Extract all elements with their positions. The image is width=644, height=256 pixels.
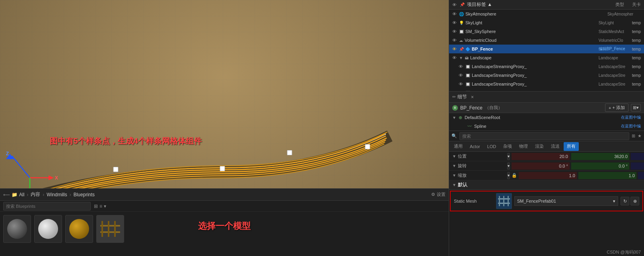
row-type: SkyAtmospher <box>607 12 639 16</box>
tab-lod[interactable]: LOD <box>484 142 500 151</box>
content-browser-search-bar: ⊞ ≡ ▾ <box>0 201 449 212</box>
outline-row-skyatmosphere[interactable]: 👁 🌐 SkyAtmosphere SkyAtmospher <box>449 10 644 18</box>
blueprint-edit-link[interactable]: 在蓝图中编 <box>621 115 641 120</box>
select-model-text: 选择一个模型 <box>198 220 251 232</box>
property-grid-icon[interactable]: ⊞ <box>632 133 635 139</box>
location-y-input[interactable] <box>571 153 629 160</box>
spline-blueprint-edit-link[interactable]: 在蓝图中编 <box>621 123 641 129</box>
location-z-input[interactable] <box>631 153 644 160</box>
row-label: LandscapeStreamingProxy_ <box>472 64 597 69</box>
rotation-z-input[interactable] <box>631 162 644 170</box>
outline-row-bpfence[interactable]: 👁 📌 🔷 BP_Fence 编辑BP_Fence temp <box>449 45 644 53</box>
back-icon[interactable]: ⟵ <box>3 192 10 197</box>
row-visibility-icon[interactable]: 👁 <box>459 73 463 78</box>
asset-item-sphere-white[interactable] <box>34 215 62 243</box>
outline-row-smskysphere[interactable]: 👁 🔲 SM_SkySphere StaticMeshAct temp <box>449 27 644 36</box>
row-visibility-icon[interactable]: 👁 <box>459 90 463 91</box>
actor-icon: 🔲 <box>465 82 470 86</box>
details-close-button[interactable]: × <box>471 94 474 100</box>
row-type: LandscapeStre <box>599 73 630 78</box>
nav-sep-1: › <box>27 192 28 197</box>
nav-windmills[interactable]: Windmills <box>47 192 67 197</box>
asset-item-fence[interactable] <box>96 215 124 243</box>
refresh-mesh-button[interactable]: ↻ <box>621 197 629 205</box>
grid-view-icon[interactable]: ⊞ <box>94 203 98 209</box>
outline-row-volumetriccloud[interactable]: 👁 ☁ VolumetricCloud VolumetricClo temp <box>449 36 644 45</box>
pencil-icon: ✏ <box>452 94 456 100</box>
tab-render[interactable]: 渲染 <box>532 142 547 151</box>
rotation-y-input[interactable] <box>571 162 629 170</box>
row-visibility-icon[interactable]: 👁 <box>459 64 463 69</box>
actor-icon: 🔲 <box>465 91 470 92</box>
location-property-row: ▼ 位置 ▾ ↩ <box>449 152 644 161</box>
location-expand-icon[interactable]: ▼ <box>452 154 456 158</box>
settings-button[interactable]: ⚙ 设置 <box>431 192 446 197</box>
row-visibility-icon[interactable]: 👁 <box>452 47 457 51</box>
svg-rect-4 <box>365 145 370 149</box>
asset-item-sphere-yellow[interactable] <box>65 215 93 243</box>
filter-icon[interactable]: ≡ <box>99 203 102 209</box>
outline-row-landscape[interactable]: 👁 ▼ 🏔 Landscape Landscape temp <box>449 53 644 62</box>
location-x-input[interactable] <box>512 153 570 160</box>
nav-blueprints[interactable]: Blueprints <box>74 192 95 197</box>
static-mesh-select-dropdown[interactable]: SM_FencePrefab01 ▾ <box>514 196 618 206</box>
component-row-spline[interactable]: 〰 Spline 在蓝图中编 <box>449 122 644 131</box>
find-mesh-button[interactable]: ⊕ <box>630 197 639 205</box>
svg-rect-15 <box>100 231 120 233</box>
tab-actor[interactable]: Actor <box>467 142 483 151</box>
tab-all[interactable]: 所有 <box>564 142 579 151</box>
row-visibility-icon[interactable]: 👁 <box>452 20 457 25</box>
static-mesh-property-row: Static Mesh SM_FencePref <box>450 191 643 211</box>
visibility-icon[interactable]: 👁 <box>452 2 457 7</box>
tab-streaming[interactable]: 流送 <box>548 142 563 151</box>
location-dropdown[interactable]: ▾ <box>507 153 510 160</box>
add-component-button[interactable]: + + 添加 <box>605 104 628 112</box>
type-column-header: 类型 <box>615 2 624 8</box>
static-mesh-label: Static Mesh <box>454 199 494 203</box>
outline-row-landscape-proxy-3[interactable]: 👁 🔲 LandscapeStreamingProxy_ LandscapeSt… <box>449 80 644 88</box>
outline-row-skylight[interactable]: 👁 💡 SkyLight SkyLight temp <box>449 18 644 27</box>
nav-all[interactable]: All <box>19 192 24 197</box>
scale-y-input[interactable] <box>578 172 636 179</box>
component-label: DefaultSceneRoot <box>465 115 619 120</box>
nav-content[interactable]: 内容 <box>31 191 40 198</box>
scale-z-input[interactable] <box>638 172 644 179</box>
outline-row-landscape-proxy-4[interactable]: 👁 🔲 LandscapeStreamingProxy_ LandscapeSt… <box>449 88 644 91</box>
svg-text:Z: Z <box>6 151 9 156</box>
chevron-down-icon[interactable]: ▾ <box>104 203 106 209</box>
asset-item-sphere-dark[interactable] <box>3 215 31 243</box>
folder-icon: 📁 <box>12 192 18 197</box>
row-visibility-icon[interactable]: 👁 <box>452 29 457 34</box>
property-star-icon[interactable]: ★ <box>638 133 642 139</box>
rotation-x-input[interactable] <box>512 162 570 170</box>
rotation-expand-icon[interactable]: ▼ <box>452 164 456 168</box>
row-visibility-icon[interactable]: 👁 <box>459 82 463 86</box>
scale-x-input[interactable] <box>519 172 577 179</box>
scale-lock-icon[interactable]: 🔒 <box>512 173 517 178</box>
tab-general[interactable]: 通用 <box>451 142 466 151</box>
scene-root-icon: ⊕ <box>459 115 462 120</box>
expand-icon[interactable]: ▼ <box>459 56 463 60</box>
defaults-section-header[interactable]: ▼ 默认 <box>449 180 644 190</box>
row-visibility-icon[interactable]: 👁 <box>452 12 457 16</box>
viewport-area[interactable]: Z X Y 图中有5个样条点，生成4个样条网格体组件 ⟵ 📁 All › 内容 … <box>0 0 449 256</box>
pin-icon[interactable]: 📌 <box>460 2 465 7</box>
row-visibility-icon[interactable]: 👁 <box>452 55 457 60</box>
outline-row-landscape-proxy-2[interactable]: 👁 🔲 LandscapeStreamingProxy_ LandscapeSt… <box>449 71 644 80</box>
svg-marker-8 <box>49 176 54 180</box>
outline-row-landscape-proxy-1[interactable]: 👁 🔲 LandscapeStreamingProxy_ LandscapeSt… <box>449 62 644 71</box>
rotation-dropdown[interactable]: ▾ <box>507 162 510 170</box>
row-visibility-icon[interactable]: 👁 <box>452 38 457 43</box>
property-search-input[interactable] <box>459 132 629 140</box>
layout-button[interactable]: ⊞▾ <box>631 104 641 111</box>
search-input[interactable] <box>3 202 91 211</box>
row-label: SM_SkySphere <box>465 29 597 34</box>
watermark: CSDN @海码007 <box>607 249 641 255</box>
actor-info-bar: B BP_Fence （自我） + + 添加 ⊞▾ <box>449 103 644 113</box>
row-label: VolumetricCloud <box>465 38 597 43</box>
scale-dropdown[interactable]: ▾ <box>507 172 510 179</box>
scale-expand-icon[interactable]: ▼ <box>452 173 456 178</box>
tab-physics[interactable]: 物理 <box>516 142 531 151</box>
tab-misc[interactable]: 杂项 <box>500 142 515 151</box>
component-row-defaultsceneroot[interactable]: ▼ ⊕ DefaultSceneRoot 在蓝图中编 <box>449 113 644 122</box>
